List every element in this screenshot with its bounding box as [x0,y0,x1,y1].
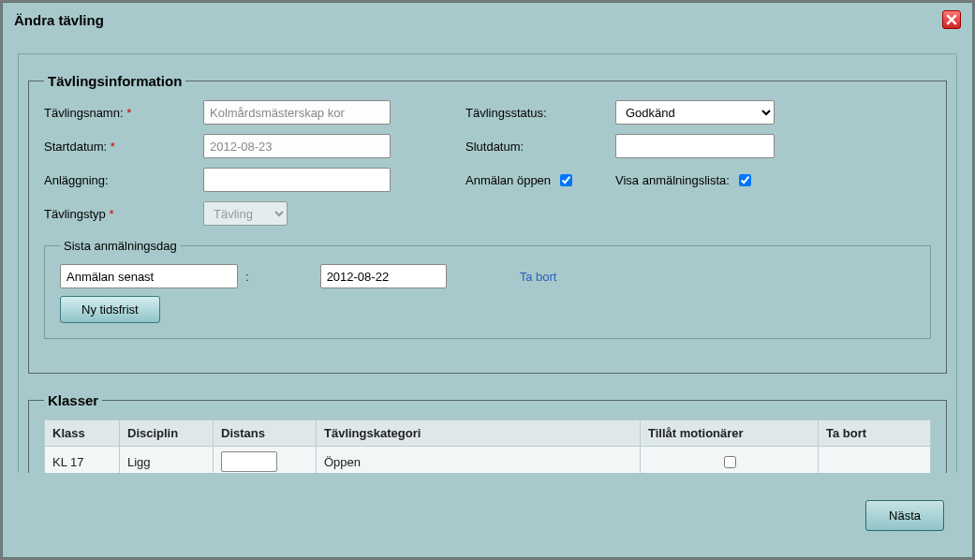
deadline-label-input[interactable] [60,264,238,288]
competition-info-fieldset: Tävlingsinformation Tävlingsnamn: * Tävl… [28,73,947,374]
deadline-colon: : [245,270,249,284]
reg-open-wrap: Anmälan öppen [465,171,615,189]
col-kategori: Tävlingskategori [317,420,641,447]
deadline-row: : Ta bort [60,264,915,288]
enddate-label: Slutdatum: [465,140,615,154]
startdate-input[interactable] [203,134,391,158]
required-marker: * [111,140,115,154]
distans-input[interactable] [221,451,277,472]
title-bar: Ändra tävling [3,3,972,37]
show-reglist-label: Visa anmälningslista: [615,173,730,187]
next-button[interactable]: Nästa [865,500,944,531]
dialog-title: Ändra tävling [14,12,104,28]
deadline-remove-link[interactable]: Ta bort [520,270,557,284]
content-scroll[interactable]: Tävlingsinformation Tävlingsnamn: * Tävl… [14,50,961,473]
klasser-legend: Klasser [44,392,102,408]
competition-info-legend: Tävlingsinformation [44,73,185,89]
deadline-date-input[interactable] [320,264,447,288]
col-klass: Klass [45,420,120,447]
type-select[interactable]: Tävling [203,201,288,226]
deadline-legend: Sista anmälningsdag [60,239,181,253]
close-icon [946,14,957,25]
klasser-header-row: Klass Disciplin Distans Tävlingskategori… [45,420,931,447]
reg-open-checkbox[interactable] [560,174,572,186]
name-input[interactable] [203,100,391,125]
cell-motion [641,447,819,474]
table-row: KL 17LiggÖppen [45,447,931,474]
facility-label: Anläggning: [44,173,203,187]
name-label: Tävlingsnamn: * [44,106,203,120]
content-panel: Tävlingsinformation Tävlingsnamn: * Tävl… [18,53,957,473]
motion-checkbox[interactable] [724,456,736,468]
col-distans: Distans [214,420,317,447]
reg-open-label: Anmälan öppen [465,173,551,187]
startdate-label: Startdatum: * [44,140,203,154]
col-tabort: Ta bort [819,420,931,447]
close-button[interactable] [942,10,961,29]
cell-disciplin: Ligg [120,447,214,474]
status-select[interactable]: Godkänd [615,100,775,125]
required-marker: * [126,106,131,120]
col-motion: Tillåt motionärer [641,420,819,447]
show-reglist-checkbox[interactable] [739,174,751,186]
klasser-fieldset: Klasser Klass Disciplin Distans Tävlings… [28,392,947,473]
required-marker: * [109,207,113,221]
show-reglist-wrap: Visa anmälningslista: [615,171,931,189]
new-deadline-button[interactable]: Ny tidsfrist [60,296,160,323]
facility-input[interactable] [203,168,391,192]
type-label: Tävlingstyp * [44,207,203,221]
col-disciplin: Disciplin [120,420,214,447]
cell-kategori: Öppen [317,447,641,474]
cell-distans [214,447,317,474]
dialog-frame: Ändra tävling Tävlingsinformation Tävlin… [2,2,973,558]
info-form-grid: Tävlingsnamn: * Tävlingsstatus: Godkänd … [44,100,931,226]
deadline-fieldset: Sista anmälningsdag : Ta bort Ny tidsfri… [44,239,931,339]
enddate-input[interactable] [615,134,775,158]
status-label: Tävlingsstatus: [465,106,615,120]
cell-tabort [819,447,931,474]
cell-klass: KL 17 [45,447,120,474]
klasser-table: Klass Disciplin Distans Tävlingskategori… [44,420,931,473]
